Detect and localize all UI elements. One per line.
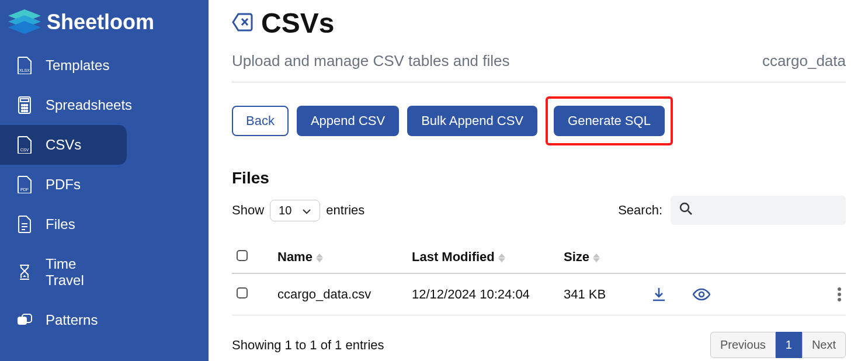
svg-point-7 [24, 105, 26, 106]
svg-point-13 [24, 110, 26, 112]
search-icon [679, 202, 693, 219]
sidebar-item-label: CSVs [46, 137, 81, 153]
svg-point-12 [22, 110, 23, 112]
bulk-append-csv-button[interactable]: Bulk Append CSV [407, 106, 537, 136]
svg-rect-5 [20, 99, 29, 102]
app-name: Sheetloom [47, 10, 154, 34]
sidebar-item-label: PDFs [46, 176, 81, 193]
cell-modified: 12/12/2024 10:24:04 [407, 273, 559, 315]
back-button[interactable]: Back [232, 106, 289, 136]
highlight-annotation: Generate SQL [546, 96, 673, 145]
eye-icon[interactable] [692, 288, 711, 301]
back-delete-icon[interactable] [232, 12, 253, 34]
main-content: CSVs Upload and manage CSV tables and fi… [209, 0, 868, 361]
pager-page-1[interactable]: 1 [776, 332, 802, 358]
sidebar-item-pdfs[interactable]: PDF PDFs [0, 165, 127, 204]
entries-select[interactable]: 10 [270, 200, 320, 221]
overlap-icon [16, 312, 33, 328]
search-label: Search: [618, 203, 662, 218]
sidebar-item-label: Files [46, 216, 75, 232]
show-prefix: Show [232, 203, 264, 218]
sidebar-item-time-travel[interactable]: Time Travel [0, 244, 127, 300]
sidebar-item-label: Spreadsheets [46, 97, 132, 113]
select-all-checkbox[interactable] [237, 250, 248, 261]
calculator-icon [16, 97, 33, 113]
csv-icon: CSV [16, 137, 33, 153]
pdf-icon: PDF [16, 176, 33, 193]
sidebar-item-patterns[interactable]: Patterns [0, 300, 127, 340]
page-subtitle: Upload and manage CSV tables and files [232, 52, 510, 70]
file-icon [16, 216, 33, 232]
pager-prev[interactable]: Previous [710, 332, 776, 358]
sidebar: Sheetloom XLSX Templates Spreadsheets [0, 0, 209, 361]
search-input[interactable] [671, 196, 846, 225]
svg-point-11 [26, 107, 28, 109]
svg-point-9 [22, 107, 23, 109]
sidebar-item-label: Time Travel [46, 256, 114, 289]
entries-value: 10 [279, 204, 291, 217]
context-name: ccargo_data [762, 52, 846, 70]
more-icon[interactable] [838, 287, 841, 301]
sidebar-item-csvs[interactable]: CSV CSVs [0, 125, 127, 165]
chevron-down-icon [302, 204, 311, 217]
col-size[interactable]: Size [564, 249, 589, 264]
show-suffix: entries [326, 203, 364, 218]
svg-text:CSV: CSV [20, 148, 29, 152]
sidebar-item-label: Patterns [46, 312, 98, 328]
sort-icon[interactable] [498, 254, 505, 262]
download-icon[interactable] [651, 287, 666, 302]
svg-line-25 [688, 211, 692, 214]
col-modified[interactable]: Last Modified [412, 249, 495, 264]
sidebar-item-spreadsheets[interactable]: Spreadsheets [0, 85, 127, 125]
sidebar-item-label: Templates [46, 57, 109, 74]
svg-point-14 [26, 110, 28, 112]
sort-icon[interactable] [316, 254, 323, 262]
pagination: Previous 1 Next [710, 332, 846, 358]
xlsx-icon: XLSX [16, 57, 33, 74]
files-table: Name Last Modified Size ccargo_data.csv … [232, 241, 846, 315]
sort-icon[interactable] [593, 254, 600, 262]
files-heading: Files [232, 169, 846, 188]
cell-name: ccargo_data.csv [273, 273, 407, 315]
svg-point-8 [26, 105, 28, 106]
hourglass-icon [16, 264, 33, 280]
generate-sql-button[interactable]: Generate SQL [554, 106, 665, 136]
sidebar-item-templates[interactable]: XLSX Templates [0, 46, 127, 85]
col-name[interactable]: Name [277, 249, 313, 264]
svg-point-26 [699, 292, 704, 297]
table-row: ccargo_data.csv 12/12/2024 10:24:04 341 … [232, 273, 846, 315]
table-summary: Showing 1 to 1 of 1 entries [232, 338, 384, 353]
page-title: CSVs [261, 7, 334, 39]
svg-point-6 [22, 105, 23, 106]
logo[interactable]: Sheetloom [0, 6, 209, 46]
svg-text:PDF: PDF [20, 188, 29, 192]
cell-size: 341 KB [559, 273, 647, 315]
svg-point-24 [680, 203, 689, 211]
append-csv-button[interactable]: Append CSV [297, 106, 399, 136]
svg-text:XLSX: XLSX [19, 68, 30, 72]
logo-icon [8, 9, 41, 35]
pager-next[interactable]: Next [802, 332, 846, 358]
svg-point-10 [24, 107, 26, 109]
toolbar: Back Append CSV Bulk Append CSV Generate… [232, 82, 846, 151]
entries-per-page: Show 10 entries [232, 200, 364, 221]
row-checkbox[interactable] [237, 287, 248, 298]
sidebar-item-files[interactable]: Files [0, 204, 127, 244]
